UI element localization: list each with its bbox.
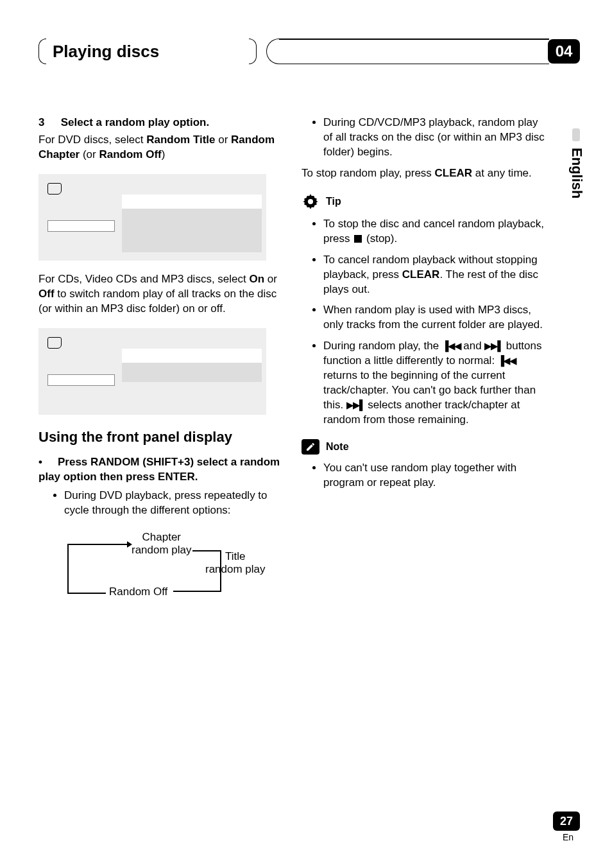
substep-list: During DVD playback, press repeatedly to… (38, 489, 282, 518)
osd-menu (122, 209, 262, 252)
osd-field (122, 349, 262, 363)
page-footer: 27 En (553, 812, 580, 842)
list-item: You can't use random play together with … (323, 461, 545, 490)
header-rule (266, 39, 549, 64)
note-list: You can't use random play together with … (302, 461, 545, 490)
tip-heading: Tip (302, 193, 545, 211)
page-header: Playing discs 04 (38, 39, 580, 64)
skip-back-icon: ▐◀◀ (498, 355, 516, 366)
tip-label: Tip (326, 195, 341, 209)
bracket-right-icon (249, 39, 257, 64)
content-area: 3 Select a random play option. For DVD d… (38, 116, 545, 608)
top-bullet-list: During CD/VCD/MP3 playback, random play … (302, 116, 545, 160)
subheading-front-panel: Using the front panel display (38, 428, 282, 447)
osd-pointer-icon (47, 183, 62, 195)
skip-forward-icon: ▶▶▌ (346, 399, 365, 410)
language-code: En (553, 832, 580, 842)
list-item: During DVD playback, press repeatedly to… (64, 489, 282, 518)
osd-field (122, 195, 262, 209)
chapter-title: Playing discs (46, 42, 249, 62)
osd-menu (122, 363, 262, 382)
osd-screenshot-1 (38, 174, 266, 261)
note-label: Note (326, 440, 349, 454)
chapter-number-badge: 04 (548, 39, 580, 64)
skip-forward-icon: ▶▶▌ (484, 340, 503, 351)
paragraph-cd-mp3: For CDs, Video CDs and MP3 discs, select… (38, 272, 282, 317)
list-item: To cancel random playback without stoppi… (323, 253, 545, 297)
pencil-icon (302, 439, 319, 455)
cycle-off-label: Random Off (109, 586, 167, 598)
osd-pointer-icon (47, 337, 62, 349)
note-heading: Note (302, 439, 545, 455)
osd-tab (47, 220, 115, 232)
bracket-left-icon (38, 39, 46, 64)
osd-tab (47, 374, 115, 386)
page-number-badge: 27 (553, 812, 580, 831)
list-item: During CD/VCD/MP3 playback, random play … (323, 116, 545, 160)
step-title: Select a random play option. (61, 116, 209, 128)
left-column: 3 Select a random play option. For DVD d… (38, 116, 282, 608)
skip-back-icon: ▐◀◀ (442, 340, 461, 351)
right-column: During CD/VCD/MP3 playback, random play … (302, 116, 545, 608)
list-item: When random play is used with MP3 discs,… (323, 303, 545, 333)
osd-screenshot-2 (38, 328, 266, 415)
cycle-chapter-label: Chapter random play (132, 531, 192, 556)
step-3-body: For DVD discs, select Random Title or Ra… (38, 133, 282, 162)
step-number: 3 (38, 116, 58, 130)
stop-icon (354, 235, 362, 243)
gear-icon (302, 193, 319, 211)
chapter-title-container: Playing discs (38, 39, 257, 64)
list-item: During random play, the ▐◀◀ and ▶▶▌ butt… (323, 339, 545, 428)
side-tab-icon (572, 128, 580, 141)
language-tab: English (568, 148, 585, 198)
step-3-heading: 3 Select a random play option. (38, 116, 282, 130)
stop-random-line: To stop random play, press CLEAR at any … (302, 166, 545, 181)
tip-list: To stop the disc and cancel random playb… (302, 217, 545, 428)
cycle-diagram: Chapter random play Title random play Ra… (38, 531, 269, 608)
list-item: To stop the disc and cancel random playb… (323, 217, 545, 247)
cycle-title-label: Title random play (205, 550, 266, 575)
substep-random: •Press RANDOM (SHIFT+3) select a random … (38, 455, 282, 485)
svg-point-0 (308, 199, 313, 204)
